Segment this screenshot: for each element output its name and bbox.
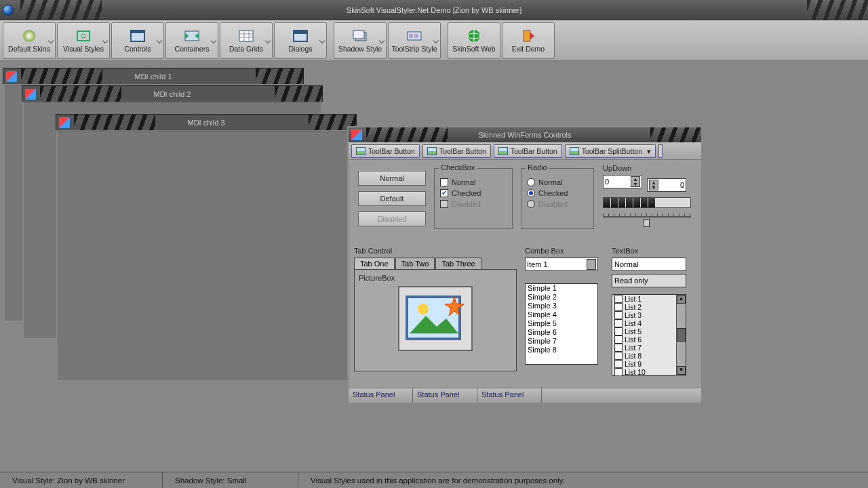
checkbox-normal[interactable] [440, 178, 448, 186]
toolbar-containers[interactable]: Containers [165, 22, 218, 59]
combo-label: Combo Box [525, 247, 599, 255]
chevron-down-icon [102, 37, 108, 43]
chevron-down-icon [157, 37, 162, 43]
window-icon [351, 129, 362, 140]
toolbar-skinsoft web[interactable]: SkinSoft Web [448, 22, 500, 59]
toolbar-data grids[interactable]: Data Grids [220, 22, 273, 59]
toolbar-shadow style[interactable]: Shadow Style [334, 22, 387, 59]
simple-listbox[interactable]: Simple 1Simple 2Simple 3Simple 4Simple 5… [525, 283, 598, 365]
mdi-child-2[interactable]: MDI child 2 [22, 85, 323, 102]
list-item[interactable]: Simple 2 [526, 293, 597, 302]
toolbar-default skins[interactable]: Default Skins [3, 22, 56, 59]
main-toolbar: Default Skins Visual Styles Controls Con… [0, 20, 868, 61]
tab-tab one[interactable]: Tab One [354, 258, 395, 269]
radio-normal[interactable] [527, 178, 535, 186]
status-note: Visual Styles used in this application a… [298, 472, 868, 488]
tab-control: Tab Control Tab OneTab TwoTab Three Pict… [354, 247, 517, 371]
checkbox-disabled [440, 200, 448, 208]
list-item[interactable]: Simple 4 [526, 310, 597, 319]
mdi-child-1[interactable]: MDI child 1 [3, 68, 304, 84]
checkbox-title: CheckBox [439, 163, 477, 171]
chevron-down-icon [265, 37, 271, 43]
svg-point-18 [418, 304, 429, 314]
toolbar-overflow[interactable] [658, 144, 663, 158]
mdi-title: MDI child 2 [153, 90, 191, 98]
controls-titlebar[interactable]: Skinned WinForms Controls [349, 127, 701, 142]
toolbar-button-2[interactable]: ToolBar Button [494, 144, 562, 158]
tab-tab two[interactable]: Tab Two [395, 258, 435, 269]
controls-title: Skinned WinForms Controls [479, 131, 572, 139]
list-item[interactable]: Simple 6 [526, 328, 597, 337]
checklist-item[interactable]: List 3 [612, 311, 686, 319]
checklist-item[interactable]: List 10 [612, 368, 686, 376]
chevron-down-icon [48, 37, 54, 43]
toolbar-icon [128, 28, 147, 43]
app-statusbar: Visual Style: Zion by WB skinner Shadow … [0, 472, 868, 488]
chevron-down-icon [211, 37, 216, 43]
tab-tab three[interactable]: Tab Three [435, 258, 481, 269]
mdi-child-3[interactable]: MDI child 3 [56, 114, 357, 130]
status-panel: Status Panel [477, 388, 542, 403]
main-titlebar: SkinSoft VisualStyler.Net Demo [Zion by … [0, 0, 868, 20]
toolbar-button-3[interactable]: ToolBar SplitButton▾ [565, 144, 656, 158]
checklist-item[interactable]: List 1 [612, 295, 686, 303]
radio-checked[interactable] [527, 189, 535, 197]
toolbar-icon [465, 28, 484, 43]
chevron-down-icon [379, 37, 384, 43]
textbox-area: TextBox List 1List 2List 3List 4List 5Li… [612, 247, 693, 375]
toolbar-button-0[interactable]: ToolBar Button [351, 144, 420, 158]
toolbar-exit demo[interactable]: Exit Demo [502, 22, 555, 59]
checklist-item[interactable]: List 4 [612, 319, 686, 327]
mdi-title: MDI child 1 [134, 73, 172, 81]
window-icon [25, 89, 36, 100]
combobox[interactable]: Item 1 [525, 258, 598, 271]
svg-rect-1 [77, 31, 90, 41]
toolbar-button-1[interactable]: ToolBar Button [422, 144, 491, 158]
svg-rect-13 [414, 34, 418, 38]
list-item[interactable]: Simple 3 [526, 302, 597, 310]
checklist-item[interactable]: List 2 [612, 303, 686, 311]
svg-point-0 [23, 30, 35, 42]
updown-area: UpDown 0▲▼ ▲▼0 [603, 164, 695, 228]
checkbox-group: CheckBox Normal Checked Disabled [434, 168, 513, 229]
svg-rect-16 [524, 30, 530, 41]
checklist-item[interactable]: List 5 [612, 327, 686, 336]
toolbar-icon [291, 28, 310, 43]
toolbar-icon [351, 28, 370, 43]
checkbox-checked[interactable] [440, 189, 448, 197]
checklist-item[interactable]: List 8 [612, 352, 686, 360]
toolbar-dialogs[interactable]: Dialogs [274, 22, 327, 59]
numeric-updown-1[interactable]: 0▲▼ [603, 175, 642, 188]
controls-window: Skinned WinForms Controls ToolBar Button… [347, 126, 703, 404]
list-item[interactable]: Simple 5 [526, 319, 597, 328]
list-item[interactable]: Simple 8 [526, 346, 597, 354]
toolbar-icon [519, 28, 538, 43]
svg-rect-10 [353, 30, 364, 39]
chevron-down-icon [319, 37, 325, 43]
checklist-item[interactable]: List 7 [612, 344, 686, 352]
scrollbar[interactable]: ▲▼ [676, 295, 686, 375]
trackbar[interactable] [603, 212, 691, 228]
list-item[interactable]: Simple 7 [526, 337, 597, 346]
svg-rect-8 [294, 30, 307, 34]
controls-toolbar: ToolBar ButtonToolBar ButtonToolBar Butt… [349, 142, 701, 160]
checklist-item[interactable]: List 9 [612, 360, 686, 368]
numeric-updown-2[interactable]: ▲▼0 [647, 178, 686, 192]
list-item[interactable]: Simple 1 [526, 284, 597, 293]
radio-title: Radio [526, 163, 549, 171]
textbox-readonly [612, 274, 686, 287]
toolbar-visual styles[interactable]: Visual Styles [57, 22, 110, 59]
picture-box [398, 286, 473, 351]
toolbar-controls[interactable]: Controls [111, 22, 164, 59]
normal-button[interactable]: Normal [358, 171, 426, 186]
controls-statusbar: Status PanelStatus PanelStatus Panel [349, 388, 701, 403]
toolbar-icon [237, 28, 256, 43]
mdi-title: MDI child 3 [187, 119, 224, 127]
default-button[interactable]: Default [358, 191, 426, 206]
checked-listbox[interactable]: List 1List 2List 3List 4List 5List 6List… [612, 294, 686, 375]
radio-group: Radio Normal Checked Disabled [521, 168, 594, 229]
checklist-item[interactable]: List 6 [612, 336, 686, 344]
picturebox-label: PictureBox [359, 274, 395, 282]
toolbar-toolstrip style[interactable]: ToolStrip Style [388, 22, 441, 59]
textbox-normal[interactable] [612, 258, 686, 271]
